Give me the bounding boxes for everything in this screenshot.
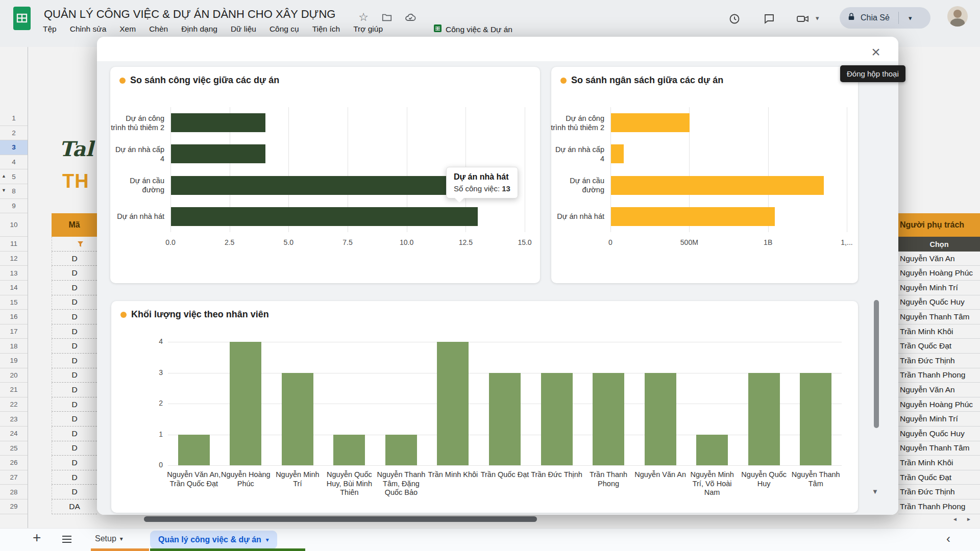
bar-4[interactable]: [171, 207, 478, 226]
bar-13[interactable]: [800, 373, 831, 466]
tab-setup-label: Setup: [95, 534, 116, 543]
setup-tab-color-strip: [91, 548, 149, 551]
bar-3[interactable]: [282, 373, 313, 466]
x-axis-tick-label: 0: [587, 238, 633, 246]
y-axis-category-label: Dự án nhà hát: [111, 212, 164, 221]
bar-2[interactable]: [611, 144, 624, 163]
y-axis-tick-label: 3: [145, 368, 163, 377]
x-axis-category-label: Nguyễn Thanh Tâm, Đặng Quốc Bảo: [374, 470, 428, 497]
tab-scroll-left-icon[interactable]: ‹: [946, 532, 950, 546]
y-axis-tick-label: 0: [145, 461, 163, 469]
bar-9[interactable]: [593, 373, 624, 466]
x-axis-tick-label: 5.0: [265, 238, 311, 246]
bar-8[interactable]: [541, 373, 573, 466]
bar-1[interactable]: [178, 435, 210, 466]
tab-quan-ly-cong-viec[interactable]: Quản lý công việc & dự án ▾: [150, 531, 277, 549]
y-axis-category-label: Dự án nhà cấp 4: [551, 145, 604, 163]
x-axis-tick-label: 0.0: [148, 238, 193, 246]
x-axis-category-label: Nguyễn Minh Trí: [271, 470, 325, 488]
bar-11[interactable]: [696, 435, 728, 466]
chart-title: So sánh ngân sách giữa các dự án: [560, 75, 723, 86]
chart-title: Khối lượng việc theo nhân viên: [120, 309, 269, 320]
chart-title: So sánh công việc giữa các dự án: [119, 75, 279, 86]
bar-5[interactable]: [385, 435, 417, 466]
chart-card-budget-comparison: So sánh ngân sách giữa các dự án 0500M1B…: [551, 67, 858, 283]
bullet-icon: [119, 78, 126, 84]
x-axis-tick-label: 15.0: [502, 238, 548, 246]
all-sheets-menu-icon[interactable]: [62, 539, 71, 540]
x-axis-category-label: Trần Quốc Đạt: [478, 470, 532, 480]
x-axis-category-label: Nguyễn Quốc Huy: [737, 470, 791, 488]
x-axis-tick-label: 1,...: [824, 238, 870, 246]
y-axis-tick-label: 4: [145, 337, 163, 345]
bar-3[interactable]: [611, 176, 824, 195]
y-axis-category-label: Dự án công trình thủ thiêm 2: [111, 114, 164, 132]
bar-4[interactable]: [333, 435, 365, 466]
x-axis-category-label: Trần Thanh Phong: [581, 470, 635, 488]
bar-12[interactable]: [748, 373, 780, 466]
y-axis-category-label: Dự án nhà cấp 4: [111, 145, 164, 163]
chart-tooltip-value: 13: [502, 184, 510, 193]
bar-3[interactable]: [171, 176, 454, 195]
chart-title-text: Khối lượng việc theo nhân viên: [131, 309, 269, 320]
chart-tooltip-label: Số công việc:: [454, 184, 500, 193]
chart-card-work-comparison: So sánh công việc giữa các dự án 0.02.55…: [110, 67, 540, 283]
y-axis-tick-label: 2: [145, 399, 163, 407]
tab-setup[interactable]: Setup ▾: [95, 529, 123, 549]
x-axis-category-label: Nguyễn Quốc Huy, Bùi Minh Thiên: [322, 470, 376, 497]
x-axis-category-label: Trần Minh Khôi: [426, 470, 480, 480]
chart-card-workload-by-employee: Khối lượng việc theo nhân viên 01234Nguy…: [111, 301, 858, 513]
x-axis-tick-label: 12.5: [443, 238, 488, 246]
bullet-icon: [120, 312, 127, 318]
bullet-icon: [560, 78, 567, 84]
close-dialog-button[interactable]: ×: [866, 42, 886, 62]
dashboard-dialog: × So sánh công việc giữa các dự án 0.02.…: [97, 37, 898, 515]
x-axis-category-label: Nguyễn Thanh Tâm: [789, 470, 843, 488]
bar-4[interactable]: [611, 207, 775, 226]
x-axis-category-label: Nguyễn Minh Trí, Võ Hoài Nam: [685, 470, 739, 497]
active-tab-color-strip: [150, 548, 305, 551]
sheets-app: QUẢN LÝ CÔNG VIỆC & DỰ ÁN DÀNH CHO XÂY D…: [0, 0, 980, 551]
workload-plot: 01234Nguyễn Văn An, Trần Quốc ĐạtNguyễn …: [111, 301, 858, 513]
x-axis-tick-label: 500M: [666, 238, 712, 246]
budget-comparison-plot: 0500M1B1,...Dự án công trình thủ thiêm 2…: [551, 67, 858, 283]
tab-caret-icon[interactable]: ▾: [266, 536, 269, 543]
x-axis-tick-label: 1B: [745, 238, 791, 246]
bar-1[interactable]: [611, 113, 690, 132]
x-axis-category-label: Trần Đức Thịnh: [530, 470, 584, 480]
add-sheet-button[interactable]: +: [33, 530, 41, 546]
chart-tooltip-title: Dự án nhà hát: [454, 172, 510, 182]
grid-line: [525, 107, 525, 232]
close-button-tooltip: Đóng hộp thoại: [840, 65, 905, 82]
modal-scrollbar-thumb[interactable]: [874, 300, 879, 428]
chart-tooltip: Dự án nhà hát Số công việc: 13: [446, 167, 518, 198]
bar-1[interactable]: [171, 113, 265, 132]
bar-7[interactable]: [489, 373, 521, 466]
y-axis-category-label: Dự án cầu đường: [111, 176, 164, 194]
chart-title-text: So sánh công việc giữa các dự án: [130, 75, 279, 86]
x-axis-tick-label: 10.0: [384, 238, 430, 246]
tab-caret-icon[interactable]: ▾: [120, 535, 123, 542]
bar-2[interactable]: [230, 342, 261, 465]
y-axis-category-label: Dự án công trình thủ thiêm 2: [551, 114, 604, 132]
grid-line: [168, 465, 842, 466]
tab-active-label: Quản lý công việc & dự án: [158, 535, 261, 544]
bar-10[interactable]: [645, 373, 676, 466]
sheet-tab-bar: + Setup ▾ Quản lý công việc & dự án ▾ ‹: [0, 528, 980, 551]
x-axis-category-label: Nguyễn Văn An, Trần Quốc Đạt: [167, 470, 221, 488]
x-axis-tick-label: 2.5: [207, 238, 253, 246]
modal-scroll-down-icon[interactable]: ▼: [872, 488, 878, 495]
chart-title-text: So sánh ngân sách giữa các dự án: [571, 75, 723, 86]
y-axis-category-label: Dự án cầu đường: [551, 176, 604, 194]
bar-6[interactable]: [437, 342, 469, 465]
x-axis-tick-label: 7.5: [325, 238, 371, 246]
grid-line: [847, 107, 847, 232]
bar-2[interactable]: [171, 144, 265, 163]
grid-line: [168, 342, 842, 342]
x-axis-category-label: Nguyễn Hoàng Phúc: [218, 470, 273, 488]
x-axis-category-label: Nguyễn Văn An: [633, 470, 688, 480]
tooltip-arrow: [455, 198, 464, 203]
y-axis-tick-label: 1: [145, 430, 163, 438]
y-axis-category-label: Dự án nhà hát: [551, 212, 604, 221]
